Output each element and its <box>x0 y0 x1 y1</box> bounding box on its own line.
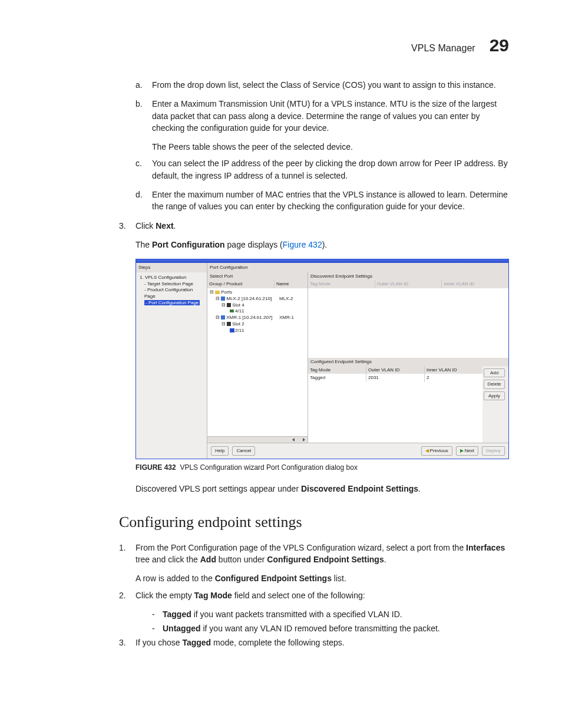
wizard-step-port[interactable]: - Port Configuration Page <box>144 300 200 305</box>
select-port-label: Select Port <box>207 272 308 281</box>
deploy-button[interactable]: Deploy <box>482 446 505 456</box>
page-header: VPLS Manager 29 <box>53 35 509 55</box>
configured-settings-list[interactable] <box>308 382 482 443</box>
next-button[interactable]: ▶Next <box>456 446 478 456</box>
tree-horizontal-scrollbar[interactable] <box>207 436 308 443</box>
figure-432: Steps 1. VPLS Configuration - Target Sel… <box>135 259 509 473</box>
scroll-left-icon[interactable] <box>292 438 295 442</box>
discovered-columns: Tag Mode Outer VLAN ID Inner VLAN ID <box>308 280 508 288</box>
discovered-settings-list[interactable] <box>308 288 508 358</box>
col-group-product[interactable]: Group / Product <box>207 280 275 288</box>
figure-link[interactable]: Figure 432 <box>283 240 322 249</box>
port-icon <box>230 309 234 312</box>
configured-columns: Tag Mode Outer VLAN ID Inner VLAN ID <box>308 366 482 374</box>
col-name[interactable]: Name <box>275 280 308 288</box>
cfg-step-3: 3. If you chose Tagged mode, complete th… <box>119 637 509 648</box>
configured-settings-header: Configured Endpoint Settings <box>308 358 508 366</box>
cancel-button[interactable]: Cancel <box>232 446 255 456</box>
cfg-step-1-result: A row is added to the Configured Endpoin… <box>135 572 509 584</box>
wizard-step-product[interactable]: - Product Configuration Page <box>140 287 203 300</box>
wizard-steps-panel: Steps 1. VPLS Configuration - Target Sel… <box>136 263 207 459</box>
step-3-result: The Port Configuration page displays (Fi… <box>135 239 509 251</box>
configured-row[interactable]: Tagged 2031 2 <box>308 374 482 382</box>
wizard-steps-header: Steps <box>136 263 207 272</box>
substep-b: b. Enter a Maximum Transmission Unit (MT… <box>135 98 509 134</box>
port-config-header: Port Configuration <box>207 263 508 272</box>
wizard-step-target[interactable]: - Target Selection Page <box>140 281 203 288</box>
port-icon <box>230 329 234 332</box>
previous-button[interactable]: ◀Previous <box>421 446 452 456</box>
step-3: 3. Click Next. <box>119 220 509 232</box>
device-icon <box>221 297 225 301</box>
cfg-step-2-opt-tagged: - Tagged if you want packets transmitted… <box>152 608 509 620</box>
page-number: 29 <box>490 35 509 55</box>
delete-button[interactable]: Delete <box>484 380 505 389</box>
cfg-step-2-opt-untagged: - Untagged if you want any VLAN ID remov… <box>152 622 509 634</box>
select-port-panel: Select Port Group / Product Name ⊟ Ports… <box>207 272 308 443</box>
cfg-step-1: 1. From the Port Configuration page of t… <box>119 542 509 566</box>
add-button[interactable]: Add <box>484 368 505 378</box>
substep-c: c. You can select the IP address of the … <box>135 157 509 182</box>
apply-button[interactable]: Apply <box>484 391 505 401</box>
figure-caption: FIGURE 432 VPLS Configuration wizard Por… <box>135 463 509 473</box>
device-icon <box>221 315 225 319</box>
slot-icon <box>227 322 231 326</box>
ports-tree[interactable]: ⊟ Ports ⊟ MLX-2 [10.24.61.210]MLX-2 ⊟ Sl… <box>207 288 308 436</box>
after-figure-note: Discovered VPLS port settings appear und… <box>135 483 509 495</box>
wizard-step-root[interactable]: 1. VPLS Configuration <box>140 275 203 281</box>
scroll-right-icon[interactable] <box>303 438 305 442</box>
section-heading: Configuring endpoint settings <box>119 511 509 533</box>
folder-icon <box>215 291 220 294</box>
cfg-step-2: 2. Click the empty Tag Mode field and se… <box>119 589 509 601</box>
substep-a: a. From the drop down list, select the C… <box>135 79 509 91</box>
substep-b-note: The Peers table shows the peer of the se… <box>152 141 509 153</box>
help-button[interactable]: Help <box>211 446 229 456</box>
slot-icon <box>227 303 231 307</box>
header-title: VPLS Manager <box>411 43 475 54</box>
discovered-settings-header: Discovered Endpoint Settings <box>308 272 508 281</box>
substep-d: d. Enter the maximum number of MAC entri… <box>135 189 509 213</box>
